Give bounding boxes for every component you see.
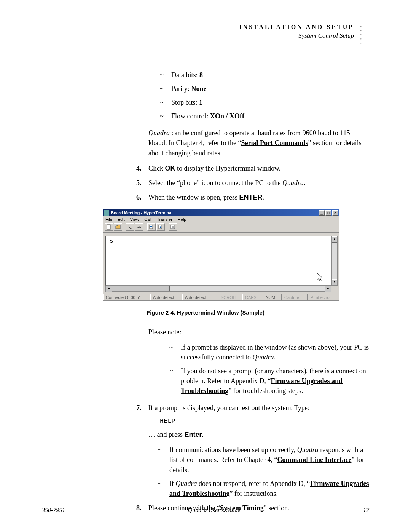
step-5: 5. Select the “phone” icon to connect th… bbox=[136, 178, 369, 188]
header-dots: ••••• bbox=[360, 24, 362, 45]
window-title: Board Meeting - HyperTerminal bbox=[111, 211, 318, 215]
steps-list: 4. Click OK to display the Hyperterminal… bbox=[136, 163, 369, 202]
svg-rect-0 bbox=[107, 225, 110, 229]
list-item: Stop bits: 1 bbox=[160, 97, 369, 107]
menubar: File Edit View Call Transfer Help bbox=[103, 216, 339, 222]
terminal-output[interactable]: > _ bbox=[105, 236, 331, 286]
scroll-left-icon[interactable]: ◄ bbox=[106, 286, 112, 292]
scroll-thumb[interactable] bbox=[112, 286, 170, 291]
page-footer: 350-7951 Quadra User’s Guide 17 bbox=[42, 507, 369, 514]
status-connected: Connected 0:00:51 bbox=[103, 294, 150, 300]
header-section-title: System Control Setup bbox=[42, 32, 354, 40]
open-icon[interactable] bbox=[114, 223, 122, 231]
toolbar bbox=[103, 222, 339, 233]
vertical-scrollbar[interactable]: ▲ ▼ bbox=[331, 236, 338, 286]
baud-paragraph: Quadra can be configured to operate at b… bbox=[148, 128, 369, 158]
status-num: NUM bbox=[263, 294, 282, 300]
list-item: Flow control: XOn / XOff bbox=[160, 111, 369, 121]
step-7: 7. If a prompt is displayed, you can tes… bbox=[136, 403, 369, 498]
titlebar: Board Meeting - HyperTerminal _ □ × bbox=[103, 209, 339, 216]
content-block: Data bits: 8 Parity: None Stop bits: 1 F… bbox=[148, 70, 369, 202]
close-button[interactable]: × bbox=[332, 210, 338, 216]
header-chapter-title: INSTALLATION AND SETUP bbox=[42, 24, 354, 30]
status-scroll: SCROLL bbox=[218, 294, 242, 300]
please-note-label: Please note: bbox=[148, 327, 369, 337]
notes-list-2: If communications have been set up corre… bbox=[158, 445, 369, 498]
notes-list: If a prompt is displayed in the window (… bbox=[169, 342, 369, 396]
maximize-button[interactable]: □ bbox=[325, 210, 331, 216]
figure-caption: Figure 2-4. Hyperterminal Window (Sample… bbox=[42, 309, 369, 316]
svg-rect-3 bbox=[171, 225, 175, 229]
step-4: 4. Click OK to display the Hyperterminal… bbox=[136, 163, 369, 173]
menu-help[interactable]: Help bbox=[178, 217, 186, 222]
list-item: If you do not see a prompt (or any chara… bbox=[169, 366, 369, 396]
phone-disconnect-icon[interactable] bbox=[135, 223, 143, 231]
list-item: If Quadra does not respond, refer to App… bbox=[158, 479, 369, 498]
menu-edit[interactable]: Edit bbox=[118, 217, 125, 222]
terminal-area: > _ ▲ ▼ ◄ ► bbox=[103, 233, 339, 294]
scroll-down-icon[interactable]: ▼ bbox=[332, 279, 337, 285]
receive-icon[interactable] bbox=[156, 223, 165, 231]
cursor-icon bbox=[316, 273, 324, 283]
new-icon[interactable] bbox=[105, 223, 113, 231]
page: INSTALLATION AND SETUP System Control Se… bbox=[0, 0, 411, 532]
list-item: Data bits: 8 bbox=[160, 70, 369, 80]
list-item: If communications have been set up corre… bbox=[158, 445, 369, 474]
status-caps: CAPS bbox=[242, 294, 263, 300]
hyperterminal-window-figure: Board Meeting - HyperTerminal _ □ × File… bbox=[103, 209, 339, 301]
phone-connect-icon[interactable] bbox=[126, 223, 134, 231]
scroll-up-icon[interactable]: ▲ bbox=[332, 236, 337, 243]
step-6: 6. When the window is open, press ENTER. bbox=[136, 192, 369, 202]
list-item: Parity: None bbox=[160, 84, 369, 94]
properties-icon[interactable] bbox=[169, 223, 177, 231]
scroll-right-icon[interactable]: ► bbox=[325, 286, 331, 292]
minimize-button[interactable]: _ bbox=[319, 210, 325, 216]
footer-doc-number: 350-7951 bbox=[42, 507, 65, 514]
horizontal-scrollbar[interactable]: ◄ ► bbox=[105, 286, 331, 292]
page-header: INSTALLATION AND SETUP System Control Se… bbox=[42, 24, 354, 40]
status-print: Print echo bbox=[308, 294, 339, 300]
link-serial-port-commands[interactable]: Serial Port Commands bbox=[241, 139, 308, 147]
link-command-line-interface[interactable]: Command Line Interface bbox=[277, 456, 351, 463]
content-block-2: Please note: If a prompt is displayed in… bbox=[148, 327, 369, 513]
menu-transfer[interactable]: Transfer bbox=[157, 217, 172, 222]
footer-doc-title: Quadra User’s Guide bbox=[188, 507, 241, 514]
code-help: HELP bbox=[160, 417, 369, 426]
footer-page-number: 17 bbox=[363, 507, 369, 514]
menu-file[interactable]: File bbox=[105, 217, 112, 222]
status-bar: Connected 0:00:51 Auto detect Auto detec… bbox=[103, 294, 339, 300]
app-icon bbox=[104, 210, 109, 216]
menu-call[interactable]: Call bbox=[144, 217, 151, 222]
serial-settings-list: Data bits: 8 Parity: None Stop bits: 1 F… bbox=[160, 70, 369, 121]
steps-list-2: 7. If a prompt is displayed, you can tes… bbox=[136, 403, 369, 513]
list-item: If a prompt is displayed in the window (… bbox=[169, 342, 369, 362]
status-capture: Capture bbox=[282, 294, 308, 300]
status-detect1: Auto detect bbox=[150, 294, 182, 300]
menu-view[interactable]: View bbox=[130, 217, 139, 222]
send-icon[interactable] bbox=[147, 223, 156, 231]
status-detect2: Auto detect bbox=[182, 294, 218, 300]
